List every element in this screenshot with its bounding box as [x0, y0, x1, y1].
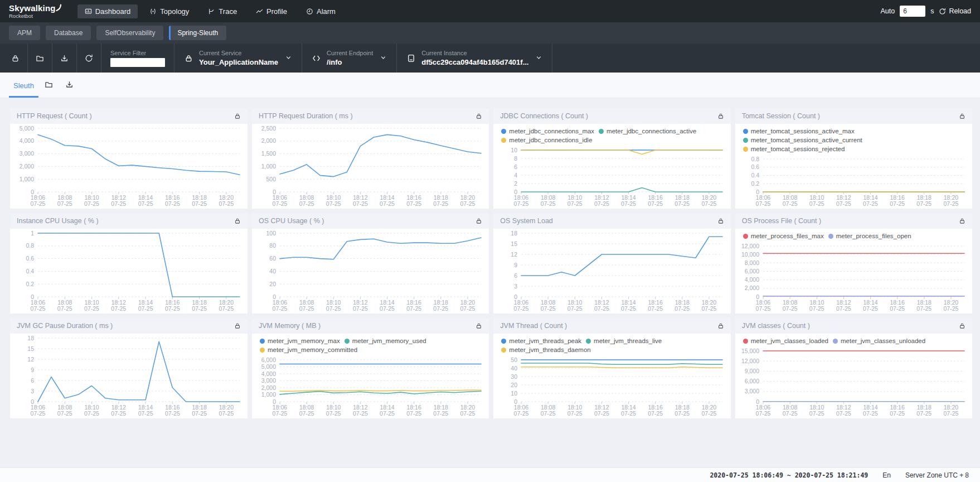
folder-icon	[45, 80, 53, 89]
chart-body: meter_jvm_memory_maxmeter_jvm_memory_use…	[252, 334, 489, 418]
svg-text:07-25: 07-25	[57, 305, 72, 312]
dashboard-tabs-row: Sleuth	[0, 73, 980, 98]
lock-icon	[476, 113, 482, 119]
legend-item[interactable]: meter_jvm_threads_peak	[501, 338, 581, 344]
folder-button[interactable]	[38, 80, 59, 98]
legend-dot	[260, 339, 265, 344]
chart-body: meter_process_files_maxmeter_process_fil…	[735, 229, 972, 314]
legend-item[interactable]: meter_tomcat_sessions_rejected	[743, 146, 845, 152]
legend-dot	[743, 234, 748, 239]
legend-dot	[743, 138, 748, 143]
group-tab-spring-sleuth[interactable]: Spring-Sleuth	[169, 26, 226, 40]
legend-label: meter_jdbc_connections_max	[509, 128, 594, 134]
selector-current-instance[interactable]: Current Instancedf5cc29cca094af4b165d740…	[397, 44, 552, 73]
legend-item[interactable]: meter_tomcat_sessions_active_max	[743, 128, 855, 134]
lock-button[interactable]	[3, 44, 27, 73]
svg-text:07-25: 07-25	[219, 200, 234, 207]
download-button[interactable]	[59, 80, 80, 98]
profile-icon	[256, 8, 263, 15]
nav-item-profile[interactable]: Profile	[249, 4, 294, 18]
legend-item[interactable]: meter_tomcat_sessions_active_current	[743, 137, 862, 143]
chart-lock-button[interactable]	[959, 218, 966, 224]
chart-lock-button[interactable]	[476, 322, 482, 329]
selector-current-endpoint[interactable]: Current Endpoint/info	[302, 44, 396, 73]
chart-lock-button[interactable]	[717, 113, 724, 119]
legend-item[interactable]: meter_jvm_threads_daemon	[501, 346, 590, 353]
folder-button[interactable]	[28, 44, 52, 73]
chart-card: HTTP Request ( Count )01,0002,0003,0004,…	[10, 108, 248, 209]
svg-text:07-25: 07-25	[299, 200, 314, 207]
legend-item[interactable]: meter_jvm_memory_committed	[260, 346, 357, 353]
svg-text:07-25: 07-25	[890, 200, 905, 207]
refresh-button[interactable]	[77, 44, 101, 73]
chart-lock-button[interactable]	[476, 113, 482, 119]
legend-dot	[743, 339, 748, 344]
chart-lock-button[interactable]	[959, 322, 966, 329]
tab-sleuth[interactable]: Sleuth	[9, 81, 38, 98]
chart-lock-button[interactable]	[476, 218, 482, 224]
legend-dot	[501, 129, 506, 134]
chart-lock-button[interactable]	[717, 218, 724, 224]
alarm-icon	[306, 8, 313, 15]
server-zone[interactable]: Server Zone UTC + 8	[905, 471, 969, 479]
svg-text:12: 12	[511, 251, 518, 258]
nav-item-dashboard[interactable]: Dashboard	[77, 4, 138, 18]
chart-lock-button[interactable]	[234, 113, 241, 119]
svg-text:07-25: 07-25	[863, 410, 878, 417]
svg-text:4,000: 4,000	[20, 137, 34, 144]
charts-grid: HTTP Request ( Count )01,0002,0003,0004,…	[0, 98, 980, 418]
chart-lock-button[interactable]	[959, 113, 966, 119]
svg-text:07-25: 07-25	[326, 200, 341, 207]
legend-item[interactable]: meter_process_files_open	[828, 233, 911, 239]
svg-text:07-25: 07-25	[111, 305, 126, 312]
chart-card: JVM classes ( Count )meter_jvm_classes_l…	[735, 318, 972, 418]
chart-body: meter_jvm_threads_peakmeter_jvm_threads_…	[493, 334, 730, 418]
chart-title: OS CPU Usage ( % )	[259, 217, 324, 225]
svg-text:07-25: 07-25	[890, 305, 905, 312]
svg-text:07-25: 07-25	[594, 305, 609, 312]
svg-text:07-25: 07-25	[809, 200, 824, 207]
chart-legend: meter_jvm_classes_loadedmeter_jvm_classe…	[735, 334, 972, 346]
download-button[interactable]	[52, 44, 76, 73]
legend-dot	[743, 129, 748, 134]
svg-text:8,000: 8,000	[744, 259, 759, 266]
legend-item[interactable]: meter_jdbc_connections_max	[501, 128, 594, 134]
legend-item[interactable]: meter_jvm_classes_unloaded	[833, 338, 925, 344]
lock-icon	[234, 322, 241, 329]
legend-item[interactable]: meter_jvm_memory_used	[345, 338, 426, 344]
chart-lock-button[interactable]	[234, 218, 241, 224]
svg-text:0.4: 0.4	[26, 268, 34, 274]
chart-lock-button[interactable]	[717, 322, 724, 329]
svg-text:2,000: 2,000	[20, 163, 34, 170]
auto-interval-input[interactable]	[900, 6, 925, 17]
group-tab-database[interactable]: Database	[46, 26, 91, 40]
svg-text:30: 30	[511, 373, 518, 380]
legend-item[interactable]: meter_jdbc_connections_idle	[501, 137, 592, 143]
svg-text:0.4: 0.4	[751, 172, 759, 179]
legend-item[interactable]: meter_jdbc_connections_active	[599, 128, 696, 134]
legend-item[interactable]: meter_jvm_threads_live	[586, 338, 662, 344]
group-tab-apm[interactable]: APM	[9, 26, 40, 40]
time-range[interactable]: 2020-07-25 18:06:49 ~ 2020-07-25 18:21:4…	[710, 471, 868, 479]
dashboard-icon	[85, 8, 92, 15]
nav-item-topology[interactable]: Topology	[142, 4, 196, 18]
svg-text:18: 18	[511, 230, 518, 237]
svg-text:07-25: 07-25	[809, 305, 824, 312]
legend-item[interactable]: meter_jvm_memory_max	[260, 338, 340, 344]
chart-card-header: JDBC Connections ( Count )	[493, 108, 730, 124]
nav-item-trace[interactable]: Trace	[201, 4, 244, 18]
group-tab-selfobservability[interactable]: SelfObservability	[96, 26, 163, 40]
service-filter-label: Service Filter	[110, 50, 165, 56]
selector-current-service[interactable]: Current ServiceYour_ApplicationName	[174, 44, 302, 73]
legend-dot	[501, 138, 506, 143]
chart-lock-button[interactable]	[234, 322, 241, 329]
legend-item[interactable]: meter_jvm_classes_loaded	[743, 338, 828, 344]
auto-label: Auto	[880, 7, 895, 15]
language-toggle[interactable]: En	[882, 471, 891, 479]
reload-button[interactable]: Reload	[939, 7, 971, 15]
svg-text:07-25: 07-25	[138, 200, 153, 207]
nav-item-alarm[interactable]: Alarm	[299, 4, 343, 18]
svg-text:1,000: 1,000	[20, 176, 34, 182]
legend-item[interactable]: meter_process_files_max	[743, 233, 824, 239]
service-filter-input[interactable]	[110, 58, 165, 67]
